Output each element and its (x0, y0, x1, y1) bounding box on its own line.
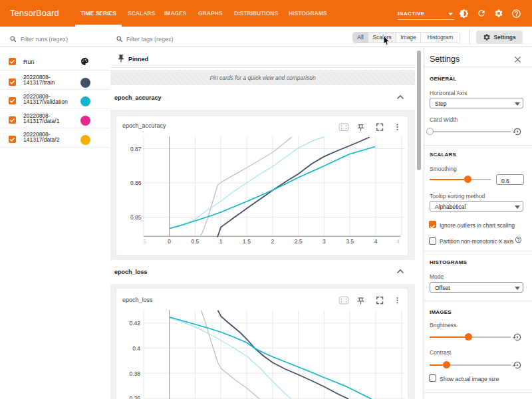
svg-text:2: 2 (271, 238, 274, 245)
svg-text:4: 4 (374, 238, 377, 245)
svg-text:3: 3 (323, 238, 326, 245)
svg-text:4: 4 (396, 238, 400, 245)
svg-text:2.5: 2.5 (294, 238, 302, 245)
svg-text:5: 5 (143, 238, 146, 245)
svg-text:0: 0 (168, 238, 171, 245)
svg-text:1.5: 1.5 (243, 238, 251, 245)
svg-text:1: 1 (219, 238, 222, 245)
svg-text:0.87: 0.87 (130, 145, 141, 152)
svg-text:0.42: 0.42 (129, 320, 140, 327)
svg-text:3.5: 3.5 (346, 238, 354, 245)
svg-text:0.86: 0.86 (130, 180, 141, 186)
svg-text:0.4: 0.4 (132, 345, 140, 352)
svg-text:0.5: 0.5 (191, 238, 199, 245)
svg-text:0.36: 0.36 (129, 395, 140, 399)
svg-text:0.85: 0.85 (130, 213, 141, 220)
svg-text:0.38: 0.38 (129, 370, 140, 377)
